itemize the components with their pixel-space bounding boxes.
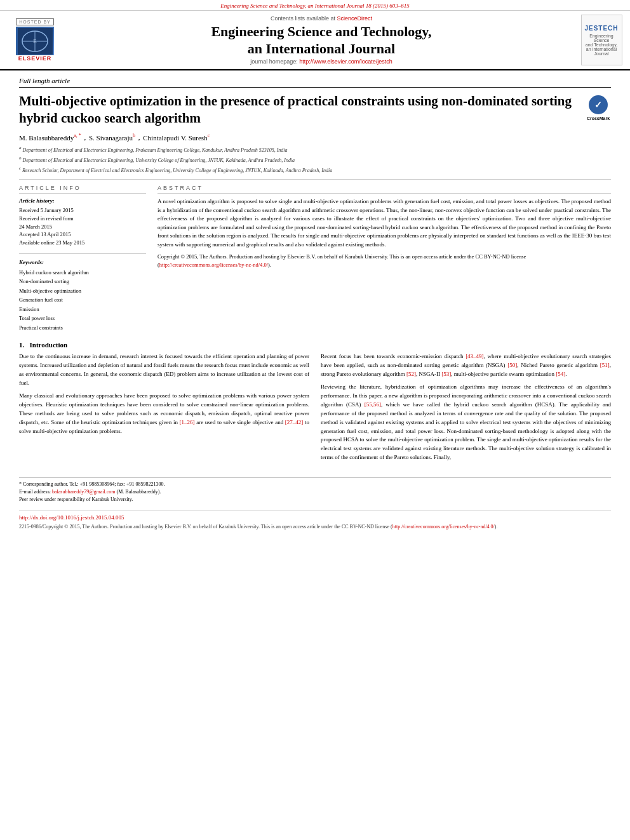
abstract-copyright: Copyright © 2015, The Authors. Productio…: [158, 253, 611, 269]
history-item-4: Accepted 13 April 2015: [19, 230, 146, 239]
homepage-label: journal homepage:: [250, 58, 298, 65]
doi-link[interactable]: http://dx.doi.org/10.1016/j.jestch.2015.…: [19, 514, 611, 521]
keyword-7: Practical constraints: [19, 323, 146, 332]
cc-license-link[interactable]: http://creativecommons.org/licenses/by-n…: [159, 262, 268, 268]
intro-para-1: Due to the continuous increase in demand…: [19, 352, 309, 388]
crossmark-label: CrossMark: [587, 116, 610, 121]
footnote-area: * Corresponding author. Tel.: +91 988530…: [19, 477, 611, 503]
author-2-sup: b: [133, 133, 135, 138]
author-email-link[interactable]: balasubbareddy79@gmail.com: [52, 489, 116, 495]
ref-53[interactable]: [53]: [441, 371, 451, 377]
keyword-2: Non-dominated sorting: [19, 277, 146, 286]
ref-50[interactable]: [50]: [507, 362, 517, 368]
article-type-label: Full length article: [19, 77, 611, 88]
ref-27-42[interactable]: [27–42]: [285, 419, 304, 425]
journal-citation-bar: Engineering Science and Technology, an I…: [0, 0, 630, 11]
crossmark-area: ✓ CrossMark: [586, 95, 611, 121]
keyword-4: Generation fuel cost: [19, 295, 146, 304]
sciencedirect-link: Contents lists available at ScienceDirec…: [70, 15, 573, 22]
journal-header: HOSTED BY E ELSEVIER Contents lists avai…: [0, 11, 630, 70]
sciencedirect-name[interactable]: ScienceDirect: [337, 15, 373, 22]
affiliation-a: a Department of Electrical and Electroni…: [19, 145, 611, 154]
journal-citation-text: Engineering Science and Technology, an I…: [220, 3, 410, 9]
author-3-name: Chintalapudi V. Suresh: [143, 133, 207, 141]
ref-51[interactable]: [51]: [600, 362, 610, 368]
history-item-5: Available online 23 May 2015: [19, 239, 146, 247]
keyword-1: Hybrid cuckoo search algorithm: [19, 268, 146, 277]
ref-1-26[interactable]: [1–26]: [180, 419, 195, 425]
peer-review-footnote: Peer review under responsibility of Kara…: [19, 496, 611, 503]
keyword-5: Emission: [19, 305, 146, 314]
elsevier-graphic: E: [16, 27, 54, 55]
ref-43-49[interactable]: [43–49]: [466, 353, 484, 359]
affiliation-b: b Department of Electrical and Electroni…: [19, 155, 611, 164]
article-history-title: Article history:: [19, 197, 146, 204]
homepage-url[interactable]: http://www.elsevier.com/locate/jestch: [299, 58, 392, 65]
hosted-by-label: HOSTED BY: [16, 18, 53, 25]
ref-55-56[interactable]: [55,56]: [365, 401, 381, 408]
journal-title-line2: an International Journal: [248, 41, 395, 57]
author-1-sup: a, *: [74, 133, 81, 138]
affiliations: a Department of Electrical and Electroni…: [19, 145, 611, 174]
author-2-name: S. Sivanagaraju: [89, 133, 133, 141]
article-info-column: ARTICLE INFO Article history: Received 5…: [19, 185, 146, 332]
corresponding-author-footnote: * Corresponding author. Tel.: +91 988530…: [19, 481, 611, 488]
jestech-logo-box: JESTECH Engineering Scienceand Technolog…: [581, 15, 622, 65]
introduction-section: 1. Introduction Due to the continuous in…: [19, 341, 611, 466]
intro-section-number: 1.: [19, 341, 24, 349]
divider-keywords: [19, 253, 146, 254]
paper-title-text: Multi-objective optimization in the pres…: [19, 93, 579, 128]
author-3-sup: c: [208, 133, 210, 138]
publisher-logo-area: HOSTED BY E ELSEVIER: [6, 18, 64, 62]
journal-logo-right: JESTECH Engineering Scienceand Technolog…: [579, 15, 624, 65]
keyword-6: Total power loss: [19, 314, 146, 323]
article-info-heading: ARTICLE INFO: [19, 185, 146, 194]
intro-para-4: Reviewing the literature, hybridization …: [321, 383, 611, 462]
intro-left-col: Due to the continuous increase in demand…: [19, 352, 309, 466]
abstract-heading: ABSTRACT: [158, 185, 611, 194]
intro-para-2: Many classical and evolutionary approach…: [19, 392, 309, 436]
intro-section-heading: Introduction: [30, 341, 68, 349]
footer-license-text: 2215-0986/Copyright © 2015, The Authors.…: [19, 523, 611, 530]
journal-title-line1: Engineering Science and Technology,: [211, 23, 431, 39]
author-separator: ,: [84, 133, 86, 141]
elsevier-logo: E ELSEVIER: [16, 27, 54, 62]
article-history-section: Article history: Received 5 January 2015…: [19, 197, 146, 247]
authors-line: M. Balasubbareddya, * , S. Sivanagarajub…: [19, 133, 611, 142]
svg-text:E: E: [33, 38, 37, 44]
affiliation-c: c Research Scholar, Department of Electr…: [19, 165, 611, 175]
journal-homepage: journal homepage: http://www.elsevier.co…: [70, 58, 573, 65]
journal-center: Contents lists available at ScienceDirec…: [70, 15, 573, 65]
jestech-label: JESTECH: [584, 25, 618, 32]
content-area: Full length article Multi-objective opti…: [0, 70, 630, 472]
author-separator-2: ,: [138, 133, 140, 141]
abstract-column: ABSTRACT A novel optimization algorithm …: [158, 185, 611, 332]
page-footer: http://dx.doi.org/10.1016/j.jestch.2015.…: [19, 510, 611, 530]
history-item-3: 24 March 2015: [19, 223, 146, 231]
history-item-1: Received 5 January 2015: [19, 206, 146, 215]
author-1-name: M. Balasubbareddy: [19, 133, 74, 141]
crossmark-icon: ✓: [589, 95, 608, 114]
elsevier-text: ELSEVIER: [18, 55, 52, 62]
intro-section-title: 1. Introduction: [19, 341, 611, 349]
keywords-title: Keywords:: [19, 259, 146, 265]
keyword-3: Multi-objective optimization: [19, 286, 146, 295]
ref-54[interactable]: [54]: [556, 371, 565, 377]
footer-license-link[interactable]: http://creativecommons.org/licenses/by-n…: [392, 524, 495, 530]
intro-right-col: Recent focus has been towards economic-e…: [321, 352, 611, 466]
ref-52[interactable]: [52]: [406, 371, 416, 377]
keywords-section: Keywords: Hybrid cuckoo search algorithm…: [19, 259, 146, 332]
paper-title-area: Multi-objective optimization in the pres…: [19, 93, 611, 128]
intro-body-columns: Due to the continuous increase in demand…: [19, 352, 611, 466]
history-item-2: Received in revised form: [19, 215, 146, 223]
abstract-body-text: A novel optimization algorithm is propos…: [158, 197, 611, 249]
jestech-subtext: Engineering Scienceand Technology,an Int…: [582, 34, 622, 56]
journal-title: Engineering Science and Technology, an I…: [70, 23, 573, 57]
intro-para-3: Recent focus has been towards economic-e…: [321, 352, 611, 379]
email-footnote: E-mail address: balasubbareddy79@gmail.c…: [19, 488, 611, 496]
divider-1: [19, 179, 611, 180]
article-info-abstract-area: ARTICLE INFO Article history: Received 5…: [19, 185, 611, 332]
